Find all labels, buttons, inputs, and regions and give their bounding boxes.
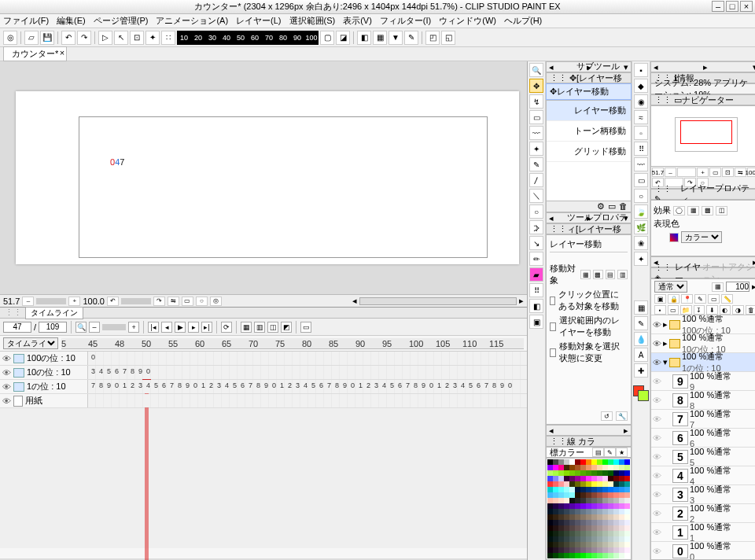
view-icon[interactable]: ▦ (373, 31, 387, 45)
color-swatch[interactable] (591, 470, 597, 476)
color-swatch[interactable] (608, 520, 613, 525)
color-swatch[interactable] (586, 492, 591, 498)
color-swatch[interactable] (624, 459, 630, 465)
menu-item[interactable]: ページ管理(P) (94, 15, 149, 27)
cel-number[interactable]: 8 (131, 367, 134, 375)
color-swatch[interactable] (597, 498, 602, 503)
color-swatch[interactable] (613, 542, 619, 547)
cel-number[interactable]: 3 (453, 381, 457, 389)
toggle-a[interactable]: ▢ (320, 31, 334, 45)
color-swatch[interactable] (586, 553, 591, 558)
color-swatch[interactable] (586, 536, 591, 542)
color-swatch[interactable] (553, 514, 558, 520)
color-swatch[interactable] (591, 509, 597, 514)
first-frame-button[interactable]: |◂ (148, 322, 159, 333)
color-swatch[interactable] (624, 509, 630, 514)
color-swatch[interactable] (624, 542, 630, 547)
redo-button[interactable]: ↷ (77, 31, 91, 45)
color-swatch[interactable] (597, 503, 602, 509)
cel-number[interactable]: 8 (256, 381, 260, 389)
color-swatch[interactable] (597, 459, 602, 465)
color-swatch[interactable] (597, 553, 602, 558)
next-frame-button[interactable]: ▸ (188, 322, 199, 333)
color-swatch[interactable] (569, 525, 575, 531)
color-swatch[interactable] (608, 481, 613, 487)
close-button[interactable]: × (740, 1, 753, 12)
color-swatch[interactable] (564, 520, 569, 525)
color-swatch[interactable] (580, 536, 586, 542)
color-swatch[interactable] (619, 514, 624, 520)
folder-next-icon[interactable]: ◱ (441, 31, 455, 45)
color-swatch[interactable] (602, 459, 608, 465)
cel-number[interactable]: 2 (366, 381, 370, 389)
color-swatch[interactable] (619, 465, 624, 470)
color-swatch[interactable] (558, 553, 564, 558)
l-transfer-icon[interactable]: ↧ (694, 305, 705, 315)
color-swatch[interactable] (580, 481, 586, 487)
timeline-track[interactable] (88, 394, 527, 407)
color-swatch[interactable] (569, 547, 575, 553)
color-swatch[interactable] (547, 514, 553, 520)
airbrush-tool-icon[interactable]: ⠿ (529, 283, 543, 297)
color-swatch[interactable] (580, 470, 586, 476)
color-swatch[interactable] (586, 520, 591, 525)
color-swatch[interactable] (613, 487, 619, 492)
cel-number[interactable]: 3 (296, 381, 300, 389)
color-swatch[interactable] (558, 498, 564, 503)
cel-number[interactable]: 0 (91, 353, 95, 361)
cel-number[interactable]: 7 (327, 381, 331, 389)
zoom-timeline-icon[interactable]: 🔍 (76, 322, 87, 333)
color-swatch[interactable] (553, 520, 558, 525)
color-swatch[interactable] (602, 542, 608, 547)
color-swatch[interactable] (547, 487, 553, 492)
color-swatch[interactable] (608, 476, 613, 481)
color-swatch[interactable] (619, 525, 624, 531)
subtool-new-icon[interactable]: ▭ (608, 201, 616, 212)
color-swatch[interactable] (553, 487, 558, 492)
color-swatch[interactable] (619, 536, 624, 542)
cel-number[interactable]: 5 (233, 381, 237, 389)
cel-number[interactable]: 4 (461, 381, 465, 389)
color-swatch[interactable] (608, 547, 613, 553)
color-swatch[interactable] (553, 525, 558, 531)
visibility-icon[interactable]: 👁 (653, 320, 661, 330)
color-swatch[interactable] (613, 459, 619, 465)
color-swatch[interactable] (575, 487, 580, 492)
cel-number[interactable]: 7 (91, 381, 95, 389)
l-new-icon[interactable]: ▭ (668, 305, 680, 315)
color-swatch[interactable] (624, 476, 630, 481)
color-swatch[interactable] (602, 509, 608, 514)
color-swatch[interactable] (613, 531, 619, 536)
menu-item[interactable]: 編集(E) (57, 15, 86, 27)
color-swatch[interactable] (619, 520, 624, 525)
nav-zoom-out-icon[interactable]: – (665, 168, 676, 177)
color-swatch[interactable] (547, 459, 553, 465)
color-swatch[interactable] (564, 553, 569, 558)
color-swatch[interactable] (553, 509, 558, 514)
cel-number[interactable]: 1 (201, 381, 205, 389)
color-swatch[interactable] (547, 531, 553, 536)
visibility-icon[interactable]: 👁 (653, 509, 661, 518)
layer-folder-row[interactable]: 👁▾100 %通常1の位 : 10 (651, 353, 755, 372)
timeline-track[interactable]: 34567890 (88, 366, 527, 379)
cel-number[interactable]: 2 (131, 381, 134, 389)
color-swatch[interactable] (564, 509, 569, 514)
color-swatch[interactable] (591, 492, 597, 498)
layer-cel-row[interactable]: 👁1100 %通常1 (651, 523, 755, 542)
color-swatch[interactable] (624, 514, 630, 520)
color-swatch[interactable] (569, 536, 575, 542)
color-swatch[interactable] (564, 547, 569, 553)
color-swatch[interactable] (558, 542, 564, 547)
color-swatch[interactable] (619, 481, 624, 487)
wand-icon[interactable]: ✎ (404, 31, 418, 45)
color-swatch[interactable] (575, 536, 580, 542)
brush-tool-icon[interactable]: ✏ (529, 252, 543, 266)
color-swatch[interactable] (553, 465, 558, 470)
leaf-icon[interactable]: 🍃 (634, 204, 648, 219)
color-swatch[interactable] (613, 481, 619, 487)
color-swatch[interactable] (580, 487, 586, 492)
palette-opt-3[interactable]: ★ (616, 448, 628, 457)
layer-cel-row[interactable]: 👁9100 %通常9 (651, 372, 755, 391)
ref-icon[interactable]: 📍 (681, 294, 693, 304)
brush-size-90[interactable]: 90 (290, 31, 304, 45)
